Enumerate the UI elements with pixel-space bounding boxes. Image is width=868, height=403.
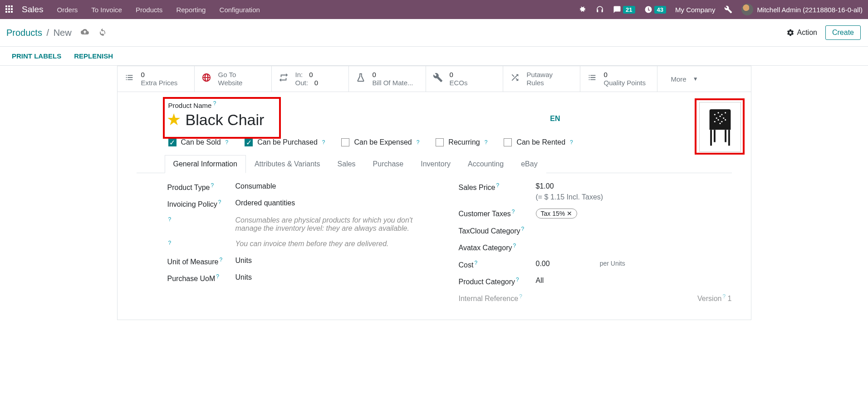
tab-general-information[interactable]: General Information [165, 155, 246, 173]
tab-inventory[interactable]: Inventory [412, 155, 459, 173]
cost-value[interactable]: 0.00 [536, 260, 550, 268]
support-icon[interactable] [596, 5, 604, 14]
stat-bom[interactable]: 0Bill Of Mate... [349, 66, 426, 92]
option-can-be-sold[interactable]: ✓Can be Sold? [168, 138, 229, 146]
flask-icon [355, 73, 366, 85]
stat-ecos[interactable]: 0ECOs [426, 66, 503, 92]
svg-point-5 [714, 114, 715, 115]
company-switcher[interactable]: My Company [675, 6, 715, 14]
avatax-label: Avatax Category [459, 244, 512, 252]
tabs: General Information Attributes & Variant… [137, 155, 732, 173]
button-box: 0Extra Prices Go ToWebsite In:0 Out:0 0B… [118, 66, 751, 92]
option-can-be-rented[interactable]: Can be Rented? [504, 138, 573, 146]
invoicing-policy-label: Invoicing Policy [167, 201, 217, 209]
form-content: Product Type? Consumable Invoicing Polic… [118, 173, 751, 320]
checkbox-on-icon[interactable]: ✓ [168, 138, 177, 146]
cost-per: per Units [600, 260, 625, 267]
tab-accounting[interactable]: Accounting [459, 155, 512, 173]
stat-inout[interactable]: In:0 Out:0 [272, 66, 349, 92]
favorite-star-icon[interactable]: ★ [167, 110, 181, 129]
messages-icon[interactable]: 21 [613, 5, 635, 14]
product-type-value[interactable]: Consumable [235, 182, 276, 190]
save-icon[interactable] [81, 29, 89, 38]
create-button[interactable]: Create [825, 25, 861, 40]
help-icon[interactable]: ? [211, 100, 216, 107]
sales-price-value[interactable]: $1.00 (= $ 1.15 Incl. Taxes) [536, 182, 603, 201]
svg-point-11 [723, 117, 724, 119]
language-chip[interactable]: EN [550, 115, 560, 123]
user-name: Mitchell Admin (22118808-16-0-all) [757, 6, 863, 14]
invoicing-policy-value[interactable]: Ordered quantities [235, 199, 295, 207]
tab-attributes-variants[interactable]: Attributes & Variants [246, 155, 329, 173]
internal-ref-label: Internal Reference [459, 295, 519, 303]
help-text-invoice: You can invoice them before they are del… [235, 240, 389, 248]
product-name-label: Product Name ? [168, 100, 732, 109]
svg-point-15 [725, 119, 726, 121]
product-category-value[interactable]: All [536, 277, 544, 285]
menu-products[interactable]: Products [136, 6, 162, 14]
action-button[interactable]: Action [786, 29, 817, 37]
activities-icon[interactable]: 43 [644, 5, 666, 14]
product-type-label: Product Type [167, 184, 210, 191]
form-sheet: 0Extra Prices Go ToWebsite In:0 Out:0 0B… [117, 66, 751, 320]
puom-label: Purchase UoM [167, 275, 216, 283]
avatar [741, 4, 753, 15]
apps-icon[interactable] [5, 5, 14, 14]
svg-point-13 [717, 119, 719, 121]
debug-icon[interactable] [579, 5, 587, 14]
product-image[interactable] [699, 102, 741, 152]
option-recurring[interactable]: Recurring? [436, 138, 487, 146]
product-name-input[interactable]: Black Chair [186, 111, 265, 129]
svg-rect-2 [728, 130, 730, 146]
status-bar: PRINT LABELS REPLENISH [0, 47, 868, 66]
tab-purchase[interactable]: Purchase [364, 155, 412, 173]
print-labels-button[interactable]: PRINT LABELS [12, 52, 61, 60]
uom-value[interactable]: Units [235, 257, 252, 265]
svg-rect-4 [725, 130, 726, 142]
tools-icon[interactable] [724, 5, 732, 14]
tab-ebay[interactable]: eBay [512, 155, 546, 173]
replenish-button[interactable]: REPLENISH [74, 52, 113, 60]
taxcloud-label: TaxCloud Category [459, 227, 520, 235]
svg-point-14 [721, 121, 722, 122]
control-bar: Products / New Action Create [0, 19, 868, 47]
menu-configuration[interactable]: Configuration [220, 6, 260, 14]
stat-quality[interactable]: 0Quality Points [580, 66, 657, 92]
svg-point-16 [719, 123, 721, 124]
menu-to-invoice[interactable]: To Invoice [91, 6, 122, 14]
top-navbar: Sales Orders To Invoice Products Reporti… [0, 0, 868, 19]
user-menu[interactable]: Mitchell Admin (22118808-16-0-all) [741, 4, 863, 15]
globe-icon [201, 73, 212, 85]
top-menu: Orders To Invoice Products Reporting Con… [57, 6, 272, 14]
checkbox-off-icon[interactable] [436, 138, 444, 146]
menu-reporting[interactable]: Reporting [176, 6, 206, 14]
uom-label: Unit of Measure [167, 258, 219, 266]
svg-point-12 [714, 121, 715, 122]
option-can-be-purchased[interactable]: ✓Can be Purchased? [245, 138, 325, 146]
option-can-be-expensed[interactable]: Can be Expensed? [341, 138, 419, 146]
options-row: ✓Can be Sold? ✓Can be Purchased? Can be … [168, 138, 732, 146]
svg-rect-0 [709, 127, 731, 130]
checkbox-off-icon[interactable] [504, 138, 512, 146]
tab-sales[interactable]: Sales [329, 155, 364, 173]
cost-label: Cost [459, 261, 474, 269]
stat-more[interactable]: More ▼ [657, 66, 712, 92]
menu-orders[interactable]: Orders [57, 6, 78, 14]
stat-website[interactable]: Go ToWebsite [195, 66, 272, 92]
breadcrumb-root[interactable]: Products [6, 28, 42, 38]
puom-value[interactable]: Units [235, 273, 252, 282]
checkbox-on-icon[interactable]: ✓ [245, 138, 253, 146]
stat-putaway[interactable]: PutawayRules [503, 66, 580, 92]
product-category-label: Product Category [459, 278, 515, 286]
svg-point-8 [725, 112, 726, 113]
module-name[interactable]: Sales [22, 5, 44, 15]
checkbox-off-icon[interactable] [341, 138, 349, 146]
list-icon [124, 73, 135, 85]
svg-point-9 [716, 117, 717, 119]
discard-icon[interactable] [98, 29, 107, 38]
list-icon [587, 73, 598, 85]
remove-tag-icon[interactable]: ✕ [567, 210, 572, 217]
breadcrumb-current: New [54, 28, 72, 38]
stat-extra-prices[interactable]: 0Extra Prices [118, 66, 195, 92]
customer-taxes-value[interactable]: Tax 15% ✕ [536, 209, 578, 218]
